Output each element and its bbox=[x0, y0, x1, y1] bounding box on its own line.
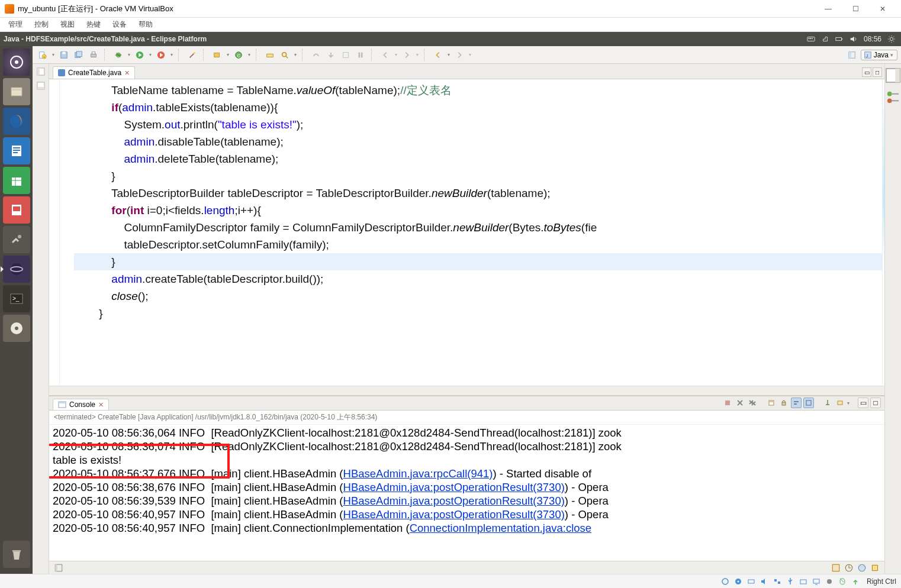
vb-usb-icon[interactable] bbox=[785, 576, 796, 587]
vb-shared-icon[interactable] bbox=[798, 576, 809, 587]
console-max-button[interactable]: □ bbox=[870, 398, 881, 408]
vb-disk-icon[interactable] bbox=[720, 576, 731, 587]
step-over-icon[interactable] bbox=[310, 49, 323, 62]
open-type-button[interactable] bbox=[263, 49, 276, 62]
link-hbaseadmin-rpccall[interactable]: HBaseAdmin.java:rpcCall(941) bbox=[343, 467, 493, 480]
close-console-icon[interactable]: ✕ bbox=[98, 401, 104, 409]
back-button[interactable] bbox=[432, 49, 445, 62]
launcher-eclipse[interactable] bbox=[3, 256, 30, 283]
code-viewport[interactable]: TableName tablename = TableName.valueOf(… bbox=[60, 79, 882, 386]
console-output[interactable]: 2020-05-10 08:56:36,064 INFO [ReadOnlyZK… bbox=[49, 425, 884, 561]
scroll-lock-icon[interactable] bbox=[778, 398, 789, 408]
status-updates-icon[interactable] bbox=[870, 563, 880, 573]
vb-record-icon[interactable] bbox=[824, 576, 835, 587]
launcher-settings[interactable] bbox=[3, 226, 30, 253]
launcher-trash[interactable] bbox=[3, 541, 30, 568]
debug-dropdown[interactable]: ▾ bbox=[127, 52, 131, 57]
launcher-firefox[interactable] bbox=[3, 108, 30, 135]
status-tip-icon[interactable] bbox=[857, 563, 867, 573]
terminate-icon[interactable] bbox=[722, 398, 733, 408]
launcher-disc[interactable] bbox=[3, 315, 30, 342]
vb-keyboard-icon[interactable] bbox=[850, 576, 861, 587]
vb-net-icon[interactable] bbox=[772, 576, 783, 587]
maximize-button[interactable]: ☐ bbox=[842, 0, 869, 18]
link-hbaseadmin-postop-1[interactable]: HBaseAdmin.java:postOperationResult(3730… bbox=[343, 481, 565, 493]
show-console-icon[interactable] bbox=[803, 398, 814, 408]
next-dropdown[interactable]: ▾ bbox=[415, 52, 420, 57]
link-hbaseadmin-postop-3[interactable]: HBaseAdmin.java:postOperationResult(3730… bbox=[343, 508, 565, 521]
status-tasks-icon[interactable] bbox=[831, 563, 841, 573]
new-package-button[interactable] bbox=[211, 49, 224, 62]
console-tab[interactable]: Console ✕ bbox=[53, 399, 109, 410]
prev-dropdown[interactable]: ▾ bbox=[394, 52, 398, 57]
launcher-files[interactable] bbox=[3, 78, 30, 105]
run-dropdown[interactable]: ▾ bbox=[148, 52, 153, 57]
console-menu-dropdown[interactable]: ▾ bbox=[847, 400, 849, 406]
coverage-button[interactable] bbox=[155, 49, 168, 62]
link-connimpl-close[interactable]: ConnectionImplementation.java:close bbox=[410, 522, 591, 534]
vbox-menu-help[interactable]: 帮助 bbox=[134, 18, 157, 31]
perspective-java[interactable]: J Java ▾ bbox=[861, 50, 897, 60]
print-button[interactable] bbox=[87, 49, 100, 62]
launcher-terminal[interactable]: >_ bbox=[3, 285, 30, 312]
new-dropdown[interactable]: ▾ bbox=[51, 52, 56, 57]
code-editor[interactable]: TableName tablename = TableName.valueOf(… bbox=[49, 79, 884, 386]
launcher-dash[interactable] bbox=[3, 49, 30, 76]
close-tab-icon[interactable]: ✕ bbox=[124, 69, 130, 77]
restore-view-icon-2[interactable] bbox=[37, 82, 45, 90]
new-button[interactable]: + bbox=[36, 49, 49, 62]
vbox-menu-hotkey[interactable]: 热键 bbox=[82, 18, 105, 31]
close-button[interactable]: ✕ bbox=[869, 0, 896, 18]
prev-edit-icon[interactable] bbox=[379, 49, 392, 62]
forward-dropdown[interactable]: ▾ bbox=[468, 52, 472, 57]
vb-optical-icon[interactable] bbox=[733, 576, 744, 587]
status-sync-icon[interactable] bbox=[844, 563, 854, 573]
clear-console-icon[interactable] bbox=[766, 398, 777, 408]
battery-icon[interactable] bbox=[835, 35, 844, 43]
gear-icon[interactable] bbox=[887, 35, 896, 43]
vbox-menu-manage[interactable]: 管理 bbox=[4, 18, 27, 31]
vb-mouse-icon[interactable] bbox=[837, 576, 848, 587]
link-hbaseadmin-postop-2[interactable]: HBaseAdmin.java:postOperationResult(3730… bbox=[343, 495, 565, 507]
word-wrap-icon[interactable] bbox=[791, 398, 802, 408]
remove-all-icon[interactable] bbox=[747, 398, 758, 408]
outline-icon[interactable] bbox=[885, 89, 901, 105]
volume-icon[interactable] bbox=[849, 35, 858, 43]
network-icon[interactable] bbox=[821, 35, 829, 43]
run-button[interactable] bbox=[133, 49, 146, 62]
debug-button[interactable] bbox=[112, 49, 125, 62]
launcher-writer[interactable] bbox=[3, 137, 30, 164]
save-all-button[interactable] bbox=[72, 49, 85, 62]
save-button[interactable] bbox=[57, 49, 70, 62]
coverage-dropdown[interactable]: ▾ bbox=[169, 52, 174, 57]
keyboard-icon[interactable] bbox=[807, 35, 815, 43]
open-perspective-button[interactable] bbox=[845, 49, 858, 62]
remove-launch-icon[interactable] bbox=[735, 398, 745, 408]
minimize-button[interactable]: — bbox=[815, 0, 842, 18]
package-dropdown[interactable]: ▾ bbox=[226, 52, 230, 57]
restore-outline-icon[interactable] bbox=[885, 67, 901, 83]
wand-button[interactable] bbox=[186, 49, 199, 62]
vbox-menu-device[interactable]: 设备 bbox=[108, 18, 131, 31]
launcher-calc[interactable] bbox=[3, 167, 30, 194]
launcher-impress[interactable] bbox=[3, 196, 30, 224]
vbox-menu-control[interactable]: 控制 bbox=[30, 18, 53, 31]
back-dropdown[interactable]: ▾ bbox=[446, 52, 451, 57]
forward-button[interactable] bbox=[453, 49, 466, 62]
search-button[interactable] bbox=[278, 49, 291, 62]
clock[interactable]: 08:56 bbox=[864, 35, 881, 43]
editor-min-button[interactable]: ▭ bbox=[862, 67, 871, 77]
pin-console-icon[interactable] bbox=[822, 398, 833, 408]
next-edit-icon[interactable] bbox=[400, 49, 413, 62]
editor-h-scrollbar[interactable] bbox=[49, 386, 884, 395]
editor-max-button[interactable]: □ bbox=[873, 67, 882, 77]
display-selected-icon[interactable] bbox=[835, 398, 845, 408]
vbox-menu-view[interactable]: 视图 bbox=[56, 18, 79, 31]
console-min-button[interactable]: ▭ bbox=[858, 398, 868, 408]
class-dropdown[interactable]: ▾ bbox=[247, 52, 252, 57]
editor-tab-createtable[interactable]: CreateTable.java ✕ bbox=[53, 66, 135, 79]
new-class-button[interactable]: C bbox=[232, 49, 245, 62]
vb-display-icon[interactable] bbox=[811, 576, 822, 587]
restore-view-icon[interactable] bbox=[37, 67, 45, 76]
drop-frame-icon[interactable] bbox=[339, 49, 352, 62]
